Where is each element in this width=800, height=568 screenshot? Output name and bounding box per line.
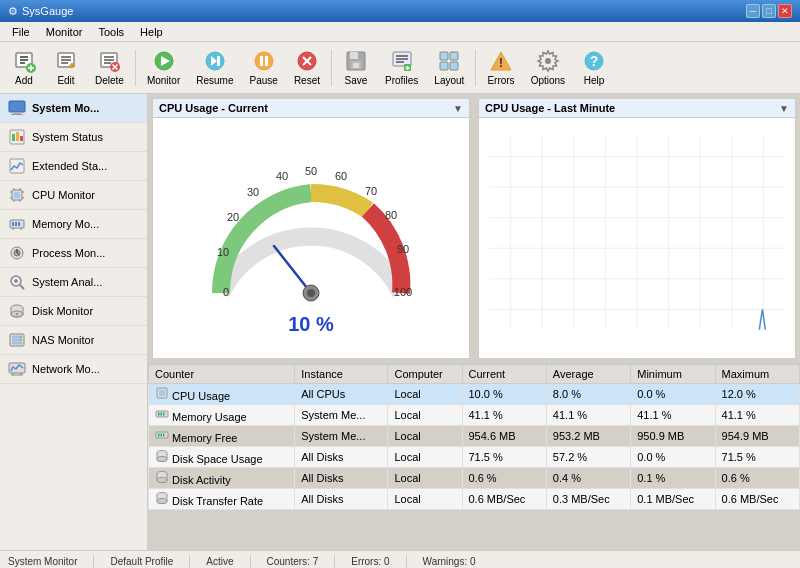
resume-button[interactable]: Resume [189,45,240,90]
toolbar: Add Edit Delete Monitor Resume Pause [0,42,800,94]
cpu-lastminute-collapse[interactable]: ▼ [779,103,789,114]
sidebar-item-cpu-monitor[interactable]: CPU Monitor [0,181,147,210]
col-header-instance[interactable]: Instance [295,365,388,384]
table-row[interactable]: Disk Space Usage All Disks Local 71.5 % … [149,447,800,468]
sidebar-item-nas-monitor[interactable]: NAS Monitor [0,326,147,355]
layout-button[interactable]: Layout [427,45,471,90]
svg-rect-53 [12,134,15,141]
menu-bar: File Monitor Tools Help [0,22,800,42]
errors-button[interactable]: ! Errors [480,45,521,90]
svg-text:40: 40 [276,170,288,182]
table-row[interactable]: CPU Usage All CPUs Local 10.0 % 8.0 % 0.… [149,384,800,405]
status-active: Active [206,556,233,567]
gauge-svg: 0 10 20 30 40 50 60 70 80 90 100 [171,138,451,323]
svg-text:30: 30 [247,186,259,198]
cell-counter: CPU Usage [149,384,295,405]
sidebar-label-extended-status: Extended Sta... [32,160,107,172]
cell-current: 954.6 MB [462,426,546,447]
profiles-button[interactable]: Profiles [378,45,425,90]
sidebar-item-system-analysis[interactable]: System Anal... [0,268,147,297]
resume-icon [203,49,227,73]
reset-button[interactable]: Reset [287,45,327,90]
cell-instance: All CPUs [295,384,388,405]
svg-text:70: 70 [365,185,377,197]
save-button[interactable]: Save [336,45,376,90]
errors-icon: ! [489,49,513,73]
status-default-profile: Default Profile [110,556,173,567]
maximize-button[interactable]: □ [762,4,776,18]
col-header-current[interactable]: Current [462,365,546,384]
table-row[interactable]: Disk Transfer Rate All Disks Local 0.6 M… [149,489,800,510]
col-header-minimum[interactable]: Minimum [631,365,715,384]
svg-rect-68 [12,222,14,226]
col-header-computer[interactable]: Computer [388,365,462,384]
svg-rect-70 [18,222,20,226]
sidebar-item-memory-monitor[interactable]: Memory Mo... [0,210,147,239]
delete-icon [97,49,121,73]
sidebar-item-system-status[interactable]: System Status [0,123,147,152]
title-bar-left: ⚙ SysGauge [8,5,73,18]
svg-rect-24 [260,56,263,66]
table-row[interactable]: Memory Free System Me... Local 954.6 MB … [149,426,800,447]
sidebar-item-network-monitor[interactable]: Network Mo... [0,355,147,384]
resume-label: Resume [196,75,233,86]
sidebar-label-system-monitor: System Mo... [32,102,99,114]
close-button[interactable]: ✕ [778,4,792,18]
table-row[interactable]: Disk Activity All Disks Local 0.6 % 0.4 … [149,468,800,489]
add-button[interactable]: Add [4,45,44,90]
status-counters: Counters: 7 [267,556,319,567]
options-button[interactable]: Options [524,45,572,90]
status-sep-1 [93,555,94,569]
menu-help[interactable]: Help [132,24,171,40]
charts-row: CPU Usage - Current ▼ [148,94,800,364]
sidebar-label-system-status: System Status [32,131,103,143]
help-button[interactable]: ? Help [574,45,614,90]
svg-rect-41 [450,52,458,60]
options-label: Options [531,75,565,86]
col-header-maximum[interactable]: Maximum [715,365,799,384]
toolbar-sep-1 [135,50,136,86]
svg-text:20: 20 [227,211,239,223]
cpu-lastminute-title: CPU Usage - Last Minute [485,102,615,114]
minimize-button[interactable]: ─ [746,4,760,18]
cell-average: 0.3 MB/Sec [546,489,630,510]
menu-monitor[interactable]: Monitor [38,24,91,40]
cell-instance: All Disks [295,447,388,468]
sidebar-item-extended-status[interactable]: Extended Sta... [0,152,147,181]
svg-rect-55 [20,136,23,141]
svg-point-83 [16,313,18,315]
col-header-average[interactable]: Average [546,365,630,384]
table-row[interactable]: Memory Usage System Me... Local 41.1 % 4… [149,405,800,426]
edit-button[interactable]: Edit [46,45,86,90]
delete-label: Delete [95,75,124,86]
options-icon [536,49,560,73]
svg-rect-49 [9,101,25,112]
cell-minimum: 0.1 MB/Sec [631,489,715,510]
menu-file[interactable]: File [4,24,38,40]
monitor-button[interactable]: Monitor [140,45,187,90]
sidebar-item-system-monitor[interactable]: System Mo... [0,94,147,123]
reset-label: Reset [294,75,320,86]
cell-current: 0.6 MB/Sec [462,489,546,510]
layout-label: Layout [434,75,464,86]
svg-text:!: ! [499,56,503,70]
table-area: Counter Instance Computer Current Averag… [148,364,800,550]
sidebar-item-process-monitor[interactable]: Process Mon... [0,239,147,268]
profiles-icon [390,49,414,73]
cell-current: 41.1 % [462,405,546,426]
memory-monitor-icon [8,215,26,233]
menu-tools[interactable]: Tools [90,24,132,40]
gauge-value: 10 % [171,313,451,336]
cpu-current-collapse[interactable]: ▼ [453,103,463,114]
col-header-counter[interactable]: Counter [149,365,295,384]
sidebar-item-disk-monitor[interactable]: Disk Monitor [0,297,147,326]
delete-button[interactable]: Delete [88,45,131,90]
svg-point-139 [157,499,167,504]
svg-point-137 [157,478,167,483]
pause-label: Pause [250,75,278,86]
svg-text:80: 80 [385,209,397,221]
svg-rect-133 [163,434,165,437]
pause-button[interactable]: Pause [243,45,285,90]
svg-rect-42 [440,62,448,70]
cell-computer: Local [388,426,462,447]
